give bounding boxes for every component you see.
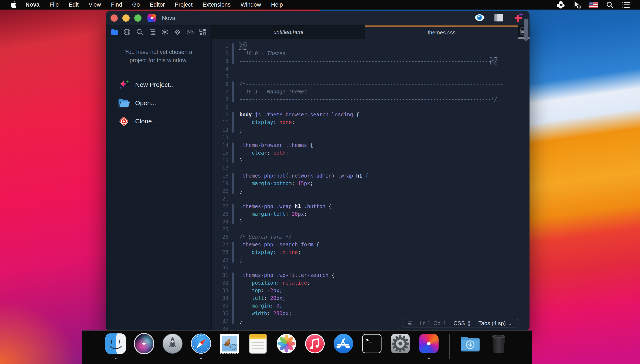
menu-item-file[interactable]: File (50, 2, 59, 8)
dock-item-settings[interactable] (390, 334, 410, 359)
menu-item-edit[interactable]: Edit (69, 2, 79, 8)
code-line-35[interactable]: 35 margin: 0; (212, 302, 529, 310)
code-line-26[interactable]: 26/* Search form */ (212, 233, 529, 241)
code-line-3[interactable]: 3---------------------------------------… (212, 57, 529, 65)
code-text: .themes-php .search-form { (240, 242, 319, 248)
dock-item-notes[interactable] (248, 334, 268, 359)
code-line-2[interactable]: 2 16.0 - Themes (212, 50, 529, 57)
menu-item-editor[interactable]: Editor (150, 2, 165, 8)
dock-item-safari[interactable] (191, 334, 211, 359)
project-action-new-project[interactable]: New Project... (106, 76, 211, 94)
editor-scrollbar[interactable] (524, 19, 528, 41)
code-line-23[interactable]: 23 margin-left: 20px; (212, 210, 529, 218)
project-action-open[interactable]: Open... (106, 94, 211, 112)
menu-item-find[interactable]: Find (111, 2, 122, 8)
code-text: } (240, 127, 242, 133)
dock-item-terminal[interactable]: >_ (362, 334, 382, 359)
toolbar-search-icon[interactable] (136, 28, 143, 36)
code-line-28[interactable]: 28 display: inline; (212, 248, 529, 256)
menu-item-nova[interactable]: Nova (26, 2, 40, 8)
indent-selector[interactable]: Tabs (4 sp) ⌄ (478, 320, 512, 326)
menu-item-project[interactable]: Project (175, 2, 193, 8)
code-line-1[interactable]: 1/*-------------------------------------… (212, 42, 529, 50)
dock-item-siri[interactable]: ✦ (134, 334, 154, 359)
spotlight-icon[interactable] (606, 1, 614, 9)
code-line-16[interactable]: 16} (212, 157, 529, 164)
status-lines-icon[interactable] (408, 322, 412, 325)
code-line-21[interactable]: 21 (212, 195, 529, 202)
code-line-15[interactable]: 15 clear: both; (212, 149, 529, 157)
toolbar-globe-icon[interactable] (124, 28, 131, 36)
layout-icon[interactable] (494, 14, 504, 22)
eye-icon[interactable] (474, 14, 485, 22)
menu-item-help[interactable]: Help (271, 2, 283, 8)
code-line-33[interactable]: 33 top: -2px; (212, 287, 529, 294)
code-line-14[interactable]: 14.theme-browser .themes { (212, 142, 529, 149)
code-line-4[interactable]: 4 (212, 65, 529, 73)
code-line-11[interactable]: 11 display: none; (212, 118, 529, 126)
code-line-27[interactable]: 27.themes-php .search-form { (212, 241, 529, 248)
code-line-24[interactable]: 24} (212, 218, 529, 226)
us-flag-icon[interactable] (589, 2, 598, 8)
language-selector[interactable]: CSS ▲▼ (453, 319, 471, 328)
line-number: 9 (212, 104, 232, 110)
apple-menu-icon[interactable] (11, 1, 17, 9)
code-line-25[interactable]: 25 (212, 226, 529, 233)
dock-item-downloads[interactable] (460, 334, 480, 359)
line-number: 12 (212, 127, 232, 133)
code-line-13[interactable]: 13 (212, 134, 529, 142)
tab-themes.css[interactable]: themes.css (365, 26, 518, 39)
avast-icon[interactable] (556, 0, 565, 9)
code-editor[interactable]: 1/*-------------------------------------… (212, 39, 529, 330)
dock-item-trash[interactable] (488, 334, 509, 359)
toolbar-diamond-up-icon[interactable] (174, 28, 181, 36)
code-line-32[interactable]: 32 position: relative; (212, 279, 529, 287)
code-line-36[interactable]: 36 width: 280px; (212, 310, 529, 317)
dock-item-appstore[interactable] (333, 334, 354, 359)
code-line-10[interactable]: 10body.js .theme-browser.search-loading … (212, 111, 529, 118)
dock-item-mail[interactable] (219, 334, 240, 359)
settings-icon (390, 334, 410, 354)
code-line-12[interactable]: 12} (212, 126, 529, 134)
close-button[interactable] (111, 14, 118, 22)
toolbar-asterisk-icon[interactable] (161, 28, 169, 36)
line-number: 1 (212, 43, 232, 49)
code-line-5[interactable]: 5 (212, 73, 529, 80)
chevron-down-icon: ⌄ (508, 320, 512, 326)
fold-bar (232, 111, 234, 118)
code-line-30[interactable]: 30 (212, 264, 529, 272)
code-line-31[interactable]: 31.themes-php .wp-filter-search { (212, 272, 529, 279)
list-icon[interactable] (621, 1, 630, 8)
toolbar-files-icon[interactable] (111, 28, 118, 36)
menu-item-view[interactable]: View (89, 2, 101, 8)
zoom-button[interactable] (134, 14, 142, 22)
tab-untitled.html[interactable]: untitled.html (212, 26, 365, 39)
code-line-6[interactable]: 6/*-------------------------------------… (212, 80, 529, 88)
plus-sparkle-icon[interactable] (513, 12, 523, 24)
toolbar-lines-icon[interactable] (149, 28, 156, 36)
menu-item-window[interactable]: Window (241, 2, 261, 8)
dock-item-launchpad[interactable] (162, 334, 183, 359)
minimize-button[interactable] (122, 14, 130, 22)
code-line-9[interactable]: 9 (212, 103, 529, 111)
dock-item-photos[interactable] (276, 334, 297, 359)
window-titlebar[interactable]: Nova (106, 11, 529, 25)
code-line-18[interactable]: 18.themes-php:not(.network-admin) .wrap … (212, 172, 529, 180)
toolbar-grid-icon[interactable] (199, 28, 206, 36)
project-action-clone[interactable]: Clone... (106, 112, 211, 130)
toolbar-cloud-up-icon[interactable] (187, 28, 194, 36)
code-line-20[interactable]: 20} (212, 187, 529, 195)
cursor-icon[interactable] (573, 1, 581, 9)
dock-item-finder[interactable] (105, 334, 126, 359)
menu-item-extensions[interactable]: Extensions (203, 2, 231, 8)
code-line-29[interactable]: 29} (212, 256, 529, 264)
code-line-17[interactable]: 17 (212, 164, 529, 172)
code-line-22[interactable]: 22.themes-php .wrap h1 .button { (212, 202, 529, 210)
code-line-8[interactable]: 8---------------------------------------… (212, 96, 529, 103)
code-line-7[interactable]: 7 16.1 - Manage Themes (212, 88, 529, 96)
menu-item-go[interactable]: Go (132, 2, 140, 8)
dock-item-nova[interactable] (419, 334, 439, 359)
code-line-19[interactable]: 19 margin-bottom: 15px; (212, 180, 529, 187)
dock-item-music[interactable] (305, 334, 325, 359)
code-line-34[interactable]: 34 left: 20px; (212, 294, 529, 302)
